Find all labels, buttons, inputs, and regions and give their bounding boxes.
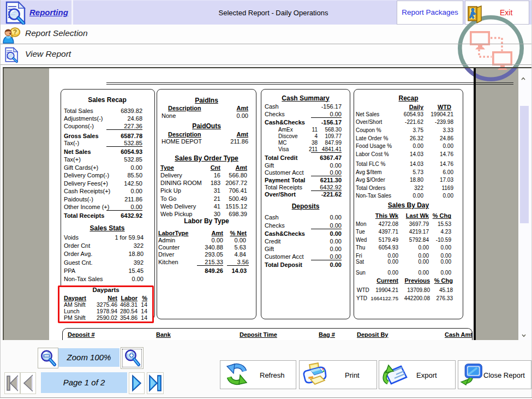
svg-text:?: ? [13, 28, 17, 36]
